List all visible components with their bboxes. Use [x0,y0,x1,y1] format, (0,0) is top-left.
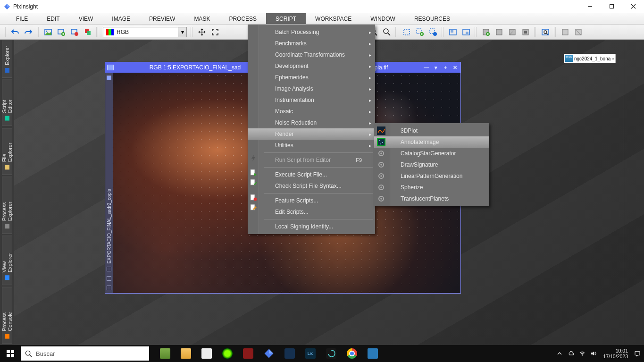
tray-wifi-icon[interactable] [578,350,586,357]
tb-preview-search-icon[interactable] [540,26,551,38]
menu-workspace[interactable]: WORKSPACE [306,13,361,24]
dock-file-explorer[interactable]: File Explorer [2,128,12,175]
menu-view[interactable]: VIEW [69,13,103,24]
tb-image-add-icon[interactable] [56,26,67,38]
menu-instrumentation[interactable]: Instrumentation▸ [262,94,375,106]
menu-ephemerides[interactable]: Ephemerides▸ [262,72,375,83]
menu-annotate-image[interactable]: AnnotateImage [374,136,489,148]
tray-notifications-icon[interactable] [634,350,641,357]
menu-feature-scripts[interactable]: Feature Scripts... [262,195,375,206]
menu-edit-scripts[interactable]: Edit Scripts... [262,206,375,218]
menu-draw-signature[interactable]: DrawSignature [374,159,489,170]
maximize-button[interactable] [601,0,622,13]
taskbar-app-notepad[interactable] [157,346,174,361]
menu-render[interactable]: Render▸ [248,128,375,140]
menu-resources[interactable]: RESOURCES [405,13,460,24]
image-window-max-button[interactable]: + [442,64,449,71]
dock-script-editor[interactable]: Script Editor [2,80,12,126]
menu-coordinate-transformations[interactable]: Coordinate Transformations▸ [262,49,375,60]
taskbar-app-desktop[interactable] [364,346,381,361]
iw-sidebar-icon-d[interactable] [107,286,111,290]
tb-mask-a-icon[interactable] [480,26,492,38]
redo-button[interactable] [23,26,34,38]
menu-benchmarks[interactable]: Benchmarks▸ [262,38,375,49]
taskbar-app-spiral[interactable] [323,346,340,361]
menu-local-signing-identity[interactable]: Local Signing Identity... [262,221,375,232]
tb-zoom-1-icon[interactable] [381,26,393,38]
dock-process-console[interactable]: Process Console [2,287,12,344]
menu-edit[interactable]: EDIT [37,13,69,24]
image-window-close-button[interactable]: ✕ [451,64,459,71]
tray-chevron-up-icon[interactable] [556,350,563,357]
tb-tail-a-icon[interactable] [560,26,571,38]
menu-execute-script-file[interactable]: Execute Script File... [262,169,375,180]
iw-sidebar-icon-c[interactable] [107,276,111,281]
menu-check-script-syntax[interactable]: Check Script File Syntax... [262,180,375,192]
dock-explorer[interactable]: Explorer [2,41,12,78]
thumbnail-ngc2024[interactable]: ngc2024_1_bona » [564,54,616,63]
tb-select-add-icon[interactable] [414,26,426,38]
taskbar-app-stellarium[interactable] [281,346,298,361]
tb-move-icon[interactable] [196,26,208,38]
iw-sidebar-icon-a[interactable] [107,76,111,80]
menu-script[interactable]: SCRIPT [266,13,306,24]
tray-volume-icon[interactable] [590,350,597,357]
taskbar-search[interactable]: Buscar [21,346,149,361]
dock-process-explorer[interactable]: Process Explorer [2,177,12,234]
taskbar-app-explorer[interactable] [177,346,194,361]
taskbar-app-pixinsight[interactable] [260,346,277,361]
taskbar-clock[interactable]: 10:01 17/10/2023 [603,348,628,359]
tb-select-sub-icon[interactable] [427,26,439,38]
menu-mosaic[interactable]: Mosaic▸ [262,106,375,117]
tb-preview-b-icon[interactable] [460,26,472,38]
close-button[interactable] [622,0,644,13]
image-window-min-button[interactable]: ▾ [432,64,440,71]
menu-translucent-planets[interactable]: TranslucentPlanets [374,193,489,204]
tb-mask-b-icon[interactable] [493,26,505,38]
menu-3dplot[interactable]: 3DPlot [374,125,489,136]
svg-rect-3 [610,5,613,8]
dock-view-explorer[interactable]: View Explorer [2,236,12,285]
menu-preview[interactable]: PREVIEW [140,13,184,24]
tb-mask-d-icon[interactable] [520,26,531,38]
annotate-image-icon [377,138,385,146]
tb-select-icon[interactable] [401,26,412,38]
tb-preview-a-icon[interactable] [447,26,459,38]
image-window-shade-button[interactable]: — [423,64,430,71]
menu-noise-reduction[interactable]: Noise Reduction▸ [262,117,375,128]
menu-file[interactable]: FILE [7,13,37,24]
undo-button[interactable] [9,26,21,38]
app-title: PixInsight [13,3,38,10]
menu-mask[interactable]: MASK [184,13,219,24]
channel-combo[interactable]: RGB ▾ [103,27,187,37]
tray-cloud-icon[interactable] [567,350,575,357]
svg-line-70 [29,354,31,356]
tb-image-icon[interactable] [42,26,54,38]
tb-image-red-icon[interactable] [69,26,80,38]
menu-spherize[interactable]: Spherize [374,182,489,193]
taskbar-app-lrc[interactable]: Lrc [302,346,319,361]
start-button[interactable] [0,345,21,362]
minimize-button[interactable] [579,0,601,13]
menu-utilities[interactable]: Utilities▸ [262,140,375,151]
taskbar-app-chrome[interactable] [343,346,360,361]
gear-icon [377,172,385,180]
tb-layers-icon[interactable] [82,26,93,38]
menu-window[interactable]: WINDOW [361,13,405,24]
menu-catalog-star-generator[interactable]: CatalogStarGenerator [374,148,489,159]
menu-process[interactable]: PROCESS [219,13,266,24]
tb-mask-c-icon[interactable] [507,26,518,38]
rgb-swatch-icon [106,29,114,35]
menu-image-analysis[interactable]: Image Analysis▸ [262,83,375,94]
iw-sidebar-icon-b[interactable] [107,267,111,271]
menu-batch-processing[interactable]: Batch Processing▸ [262,26,375,38]
tb-fit-icon[interactable] [209,26,221,38]
taskbar-app-red[interactable] [240,346,257,361]
taskbar-app-doc[interactable] [198,346,215,361]
taskbar-app-siril[interactable] [219,346,236,361]
menu-development[interactable]: Development▸ [262,60,375,72]
taskbar-tray: 10:01 17/10/2023 [556,348,644,359]
tb-tail-b-icon[interactable] [573,26,584,38]
menu-image[interactable]: IMAGE [102,13,140,24]
menu-linear-pattern-generation[interactable]: LinearPatternGeneration [374,170,489,182]
